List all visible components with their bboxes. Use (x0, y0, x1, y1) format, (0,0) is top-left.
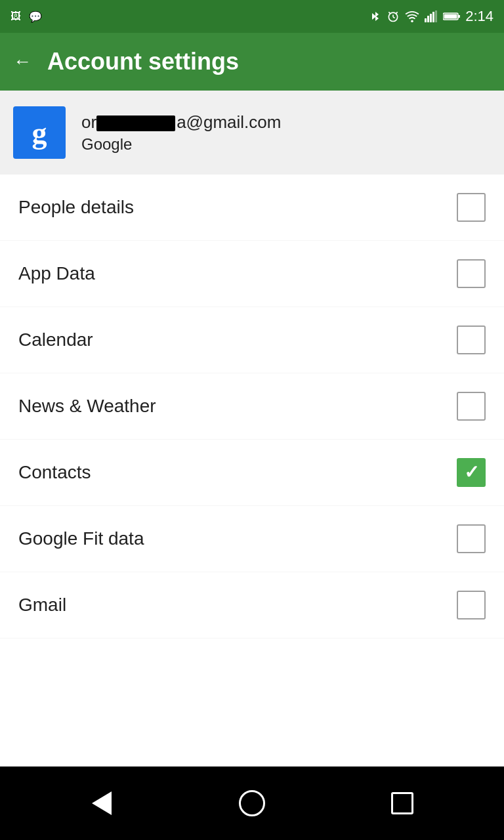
contacts-label: Contacts (18, 462, 91, 483)
status-time: 2:14 (465, 8, 494, 25)
wifi-icon (405, 10, 419, 22)
svg-line-3 (389, 12, 391, 14)
google-logo-letter: g (32, 116, 47, 150)
google-fit-label: Google Fit data (18, 528, 144, 549)
list-item-gmail[interactable]: Gmail (0, 572, 504, 639)
app-bar: ← Account settings (0, 33, 504, 91)
nav-bar (0, 766, 504, 840)
svg-rect-8 (430, 14, 432, 22)
status-bar-right-icons: 2:14 (369, 8, 494, 25)
status-bar: 🖼 💬 (0, 0, 504, 33)
google-logo: g (13, 106, 66, 159)
back-triangle-icon (92, 791, 112, 815)
nav-recents-button[interactable] (383, 784, 422, 823)
email-prefix: or (81, 112, 96, 132)
news-weather-checkbox[interactable] (457, 392, 486, 421)
list-item-contacts[interactable]: Contacts (0, 440, 504, 506)
people-details-label: People details (18, 197, 134, 218)
svg-rect-7 (427, 16, 429, 22)
account-type: Google (81, 135, 281, 154)
google-fit-checkbox[interactable] (457, 524, 486, 553)
account-info: ora@gmail.com Google (81, 112, 281, 154)
svg-rect-6 (425, 18, 427, 22)
status-bar-left-icons: 🖼 💬 (10, 10, 42, 23)
svg-rect-13 (444, 14, 457, 19)
recents-square-icon (391, 792, 413, 814)
battery-icon (443, 12, 460, 21)
svg-rect-12 (458, 15, 460, 18)
contacts-checkbox[interactable] (457, 458, 486, 487)
page-title: Account settings (47, 48, 239, 75)
gmail-checkbox[interactable] (457, 591, 486, 620)
bluetooth-icon (369, 9, 381, 24)
gallery-icon: 🖼 (10, 10, 21, 22)
home-circle-icon (239, 790, 265, 816)
email-redacted (96, 116, 175, 131)
account-email: ora@gmail.com (81, 112, 281, 133)
calendar-label: Calendar (18, 329, 93, 350)
signal-icon (425, 10, 438, 22)
alarm-icon (387, 10, 400, 23)
nav-home-button[interactable] (232, 784, 272, 823)
app-data-label: App Data (18, 263, 95, 284)
account-header: g ora@gmail.com Google (0, 91, 504, 175)
list-item-calendar[interactable]: Calendar (0, 307, 504, 373)
svg-line-4 (396, 12, 398, 14)
list-item-people-details[interactable]: People details (0, 175, 504, 241)
nav-back-button[interactable] (82, 784, 121, 823)
back-button[interactable]: ← (13, 51, 32, 72)
svg-rect-10 (435, 10, 437, 22)
list-item-app-data[interactable]: App Data (0, 241, 504, 307)
list-item-news-weather[interactable]: News & Weather (0, 373, 504, 440)
svg-line-2 (393, 17, 395, 18)
list-item-google-fit[interactable]: Google Fit data (0, 506, 504, 572)
settings-list: People details App Data Calendar News & … (0, 175, 504, 766)
people-details-checkbox[interactable] (457, 193, 486, 222)
news-weather-label: News & Weather (18, 396, 156, 417)
svg-point-5 (411, 20, 413, 22)
bbm-icon: 💬 (29, 10, 42, 23)
svg-rect-9 (432, 12, 434, 22)
email-suffix: a@gmail.com (177, 112, 281, 132)
gmail-label: Gmail (18, 595, 66, 616)
calendar-checkbox[interactable] (457, 326, 486, 354)
app-data-checkbox[interactable] (457, 259, 486, 288)
